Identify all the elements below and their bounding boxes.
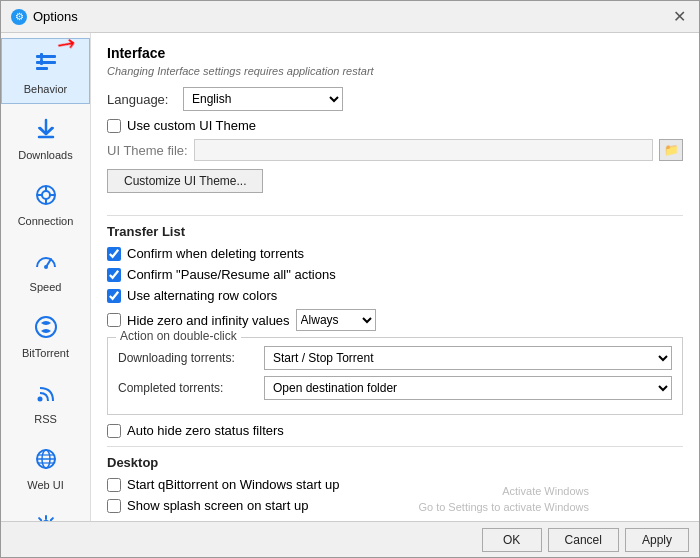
section-title-interface: Interface: [107, 45, 683, 61]
ui-theme-browse-button[interactable]: 📁: [659, 139, 683, 161]
sidebar-item-rss[interactable]: RSS: [1, 368, 90, 434]
ui-theme-file-input[interactable]: [194, 139, 653, 161]
downloading-torrents-row: Downloading torrents: Start / Stop Torre…: [118, 346, 672, 370]
activate-windows-watermark: Activate Windows Go to Settings to activ…: [418, 484, 589, 515]
title-bar-left: ⚙ Options: [11, 9, 78, 25]
bottom-bar: OK Cancel Apply: [1, 521, 699, 557]
sidebar-label-connection: Connection: [18, 215, 74, 227]
transfer-list-title: Transfer List: [107, 224, 683, 239]
hide-zero-label: Hide zero and infinity values: [127, 313, 290, 328]
behavior-icon: [30, 47, 62, 79]
options-window: ⚙ Options ✕ ↗ Behavior: [0, 0, 700, 558]
hide-zero-checkbox[interactable]: [107, 313, 121, 327]
start-on-windows-row: Start qBittorrent on Windows start up: [107, 477, 683, 492]
title-bar: ⚙ Options ✕: [1, 1, 699, 33]
completed-torrents-label: Completed torrents:: [118, 381, 258, 395]
downloads-icon: [30, 113, 62, 145]
confirm-pause-label: Confirm "Pause/Resume all" actions: [127, 267, 336, 282]
advanced-icon: [30, 509, 62, 521]
svg-point-6: [42, 191, 50, 199]
completed-torrents-select[interactable]: Open destination folder Start / Stop Tor…: [264, 376, 672, 400]
content-area: Interface Changing Interface settings re…: [91, 33, 699, 521]
custom-theme-row: Use custom UI Theme: [107, 118, 683, 133]
show-splash-label: Show splash screen on start up: [127, 498, 308, 513]
section-subtitle-interface: Changing Interface settings requires app…: [107, 65, 683, 77]
cancel-button[interactable]: Cancel: [548, 528, 619, 552]
connection-icon: [30, 179, 62, 211]
show-splash-row: Show splash screen on start up: [107, 498, 683, 513]
sidebar-label-bittorrent: BitTorrent: [22, 347, 69, 359]
alternating-rows-checkbox[interactable]: [107, 289, 121, 303]
svg-point-14: [37, 397, 42, 402]
sidebar-label-behavior: Behavior: [24, 83, 67, 95]
confirm-pause-checkbox[interactable]: [107, 268, 121, 282]
customize-ui-theme-button[interactable]: Customize UI Theme...: [107, 169, 263, 193]
svg-rect-2: [36, 67, 48, 70]
alternating-rows-row: Use alternating row colors: [107, 288, 683, 303]
sidebar-label-rss: RSS: [34, 413, 57, 425]
hide-zero-row: Hide zero and infinity values Always Nev…: [107, 309, 683, 331]
custom-theme-label: Use custom UI Theme: [127, 118, 256, 133]
language-row: Language: English Spanish French: [107, 87, 683, 111]
auto-hide-checkbox[interactable]: [107, 424, 121, 438]
start-on-windows-checkbox[interactable]: [107, 478, 121, 492]
sidebar: Behavior Downloads: [1, 33, 91, 521]
webui-icon: [30, 443, 62, 475]
rss-icon: [30, 377, 62, 409]
watermark-line2: Go to Settings to activate Windows: [418, 500, 589, 515]
close-button[interactable]: ✕: [669, 7, 689, 27]
window-title: Options: [33, 9, 78, 24]
downloading-torrents-select[interactable]: Start / Stop Torrent Open destination fo…: [264, 346, 672, 370]
sidebar-item-bittorrent[interactable]: BitTorrent: [1, 302, 90, 368]
sidebar-label-webui: Web UI: [27, 479, 63, 491]
speed-icon: [30, 245, 62, 277]
sidebar-item-advanced[interactable]: Advanced: [1, 500, 90, 521]
always-select[interactable]: Always Never: [296, 309, 376, 331]
sidebar-item-behavior[interactable]: Behavior: [1, 38, 90, 104]
svg-rect-3: [40, 53, 43, 59]
sidebar-item-webui[interactable]: Web UI: [1, 434, 90, 500]
confirm-delete-label: Confirm when deleting torrents: [127, 246, 304, 261]
svg-rect-0: [36, 55, 56, 58]
show-splash-checkbox[interactable]: [107, 499, 121, 513]
watermark-line1: Activate Windows: [418, 484, 589, 499]
bittorrent-icon: [30, 311, 62, 343]
confirm-delete-row: Confirm when deleting torrents: [107, 246, 683, 261]
downloading-torrents-label: Downloading torrents:: [118, 351, 258, 365]
sidebar-label-speed: Speed: [30, 281, 62, 293]
svg-point-12: [44, 265, 48, 269]
ui-theme-file-label: UI Theme file:: [107, 143, 188, 158]
apply-button[interactable]: Apply: [625, 528, 689, 552]
svg-rect-4: [40, 59, 43, 65]
confirm-pause-row: Confirm "Pause/Resume all" actions: [107, 267, 683, 282]
svg-point-13: [36, 317, 56, 337]
alternating-rows-label: Use alternating row colors: [127, 288, 277, 303]
divider-1: [107, 215, 683, 216]
auto-hide-row: Auto hide zero status filters: [107, 423, 683, 438]
sidebar-item-speed[interactable]: Speed: [1, 236, 90, 302]
language-select[interactable]: English Spanish French: [183, 87, 343, 111]
completed-torrents-row: Completed torrents: Open destination fol…: [118, 376, 672, 400]
action-double-click-title: Action on double-click: [116, 329, 241, 343]
main-content: Behavior Downloads: [1, 33, 699, 521]
divider-2: [107, 446, 683, 447]
sidebar-item-downloads[interactable]: Downloads: [1, 104, 90, 170]
ui-theme-file-row: UI Theme file: 📁: [107, 139, 683, 161]
svg-rect-1: [36, 61, 56, 64]
confirm-delete-checkbox[interactable]: [107, 247, 121, 261]
action-double-click-group: Action on double-click Downloading torre…: [107, 337, 683, 415]
sidebar-item-connection[interactable]: Connection: [1, 170, 90, 236]
auto-hide-label: Auto hide zero status filters: [127, 423, 284, 438]
custom-theme-checkbox[interactable]: [107, 119, 121, 133]
app-icon: ⚙: [11, 9, 27, 25]
language-label: Language:: [107, 92, 177, 107]
ok-button[interactable]: OK: [482, 528, 542, 552]
desktop-title: Desktop: [107, 455, 683, 470]
start-on-windows-label: Start qBittorrent on Windows start up: [127, 477, 339, 492]
sidebar-label-downloads: Downloads: [18, 149, 72, 161]
